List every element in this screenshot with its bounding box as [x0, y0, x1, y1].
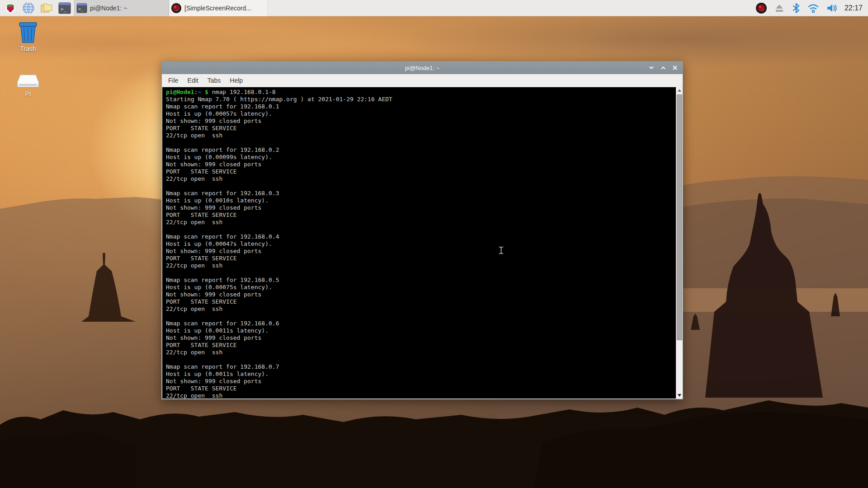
wifi-icon[interactable] — [807, 3, 819, 14]
terminal-blank-line — [166, 269, 676, 277]
taskbar: >_ >_ pi@Node1: ~ [SimpleScreenRecord... — [0, 0, 868, 16]
desktop-icon-label: Trash — [20, 45, 36, 52]
chevron-down-icon — [649, 65, 654, 70]
scrollbar[interactable] — [676, 87, 682, 399]
wifi-icon — [807, 3, 819, 14]
menu-file[interactable]: File — [164, 75, 183, 86]
chevron-up-icon — [660, 65, 666, 70]
volume-icon — [826, 3, 838, 14]
terminal-line: Host is up (0.0010s latency). — [166, 197, 676, 204]
eject-icon[interactable] — [774, 3, 785, 14]
desktop-icon-pi-drive[interactable]: PI — [11, 73, 45, 98]
taskbar-window-title: [SimpleScreenRecord... — [184, 5, 251, 12]
terminal-blank-line — [166, 183, 676, 190]
terminal-content: pi@Node1:~ $ nmap 192.168.0.1-8Starting … — [162, 87, 682, 399]
terminal-blank-line — [166, 313, 676, 320]
terminal-line: Not shown: 999 closed ports — [166, 117, 676, 125]
text-cursor-icon — [499, 246, 504, 254]
menu-edit[interactable]: Edit — [183, 75, 203, 86]
browser-launcher[interactable] — [21, 1, 36, 15]
menu-tabs[interactable]: Tabs — [203, 75, 226, 86]
svg-text:>_: >_ — [78, 6, 84, 11]
terminal-line: 22/tcp open ssh — [166, 219, 676, 226]
terminal-icon: >_ — [58, 2, 71, 14]
terminal-line: 22/tcp open ssh — [166, 349, 676, 356]
terminal-line: Nmap scan report for 192.168.0.2 — [166, 146, 676, 154]
volume-icon[interactable] — [826, 3, 838, 14]
desktop: Trash PI — [0, 0, 868, 488]
terminal-line: Host is up (0.00057s latency). — [166, 110, 676, 117]
taskbar-window-recorder[interactable]: [SimpleScreenRecord... — [169, 0, 268, 16]
close-button[interactable] — [670, 63, 680, 73]
window-controls — [646, 61, 680, 74]
terminal-line: Not shown: 999 closed ports — [166, 161, 676, 168]
recorder-tray-icon[interactable] — [755, 2, 767, 14]
bluetooth-icon[interactable] — [792, 3, 801, 14]
terminal-line: 22/tcp open ssh — [166, 392, 676, 399]
recorder-icon — [755, 2, 767, 14]
terminal-line: Host is up (0.0011s latency). — [166, 371, 676, 378]
terminal-line: PORT STATE SERVICE — [166, 255, 676, 262]
system-tray: 22:17 — [755, 2, 868, 14]
terminal-line: 22/tcp open ssh — [166, 262, 676, 269]
terminal-window: pi@Node1: ~ — [161, 61, 683, 399]
terminal-launcher[interactable]: >_ — [57, 1, 72, 15]
eject-icon — [774, 3, 785, 14]
terminal-line: Nmap scan report for 192.168.0.5 — [166, 277, 676, 284]
globe-icon — [22, 2, 35, 14]
scrollbar-down-arrow[interactable] — [676, 392, 682, 399]
terminal-blank-line — [166, 226, 676, 233]
terminal-line: Host is up (0.0011s latency). — [166, 327, 676, 334]
taskbar-window-terminal[interactable]: >_ pi@Node1: ~ — [74, 0, 169, 16]
menu-help[interactable]: Help — [225, 75, 247, 86]
desktop-icon-label: PI — [25, 90, 31, 98]
terminal-line: PORT STATE SERVICE — [166, 125, 676, 132]
terminal-line: Host is up (0.00075s latency). — [166, 284, 676, 291]
recorder-icon — [171, 3, 182, 14]
drive-icon — [16, 73, 40, 89]
bluetooth-icon — [792, 3, 801, 14]
window-titlebar[interactable]: pi@Node1: ~ — [162, 61, 683, 74]
terminal-line: 22/tcp open ssh — [166, 305, 676, 313]
trash-icon — [18, 22, 38, 43]
terminal-line: PORT STATE SERVICE — [166, 385, 676, 392]
folders-icon — [40, 2, 53, 14]
window-menubar: File Edit Tabs Help — [162, 74, 683, 87]
scrollbar-thumb[interactable] — [677, 94, 682, 340]
svg-text:>_: >_ — [61, 6, 67, 12]
terminal-line: Not shown: 999 closed ports — [166, 334, 676, 342]
terminal-blank-line — [166, 139, 676, 146]
maximize-button[interactable] — [658, 63, 668, 73]
scrollbar-up-arrow[interactable] — [676, 87, 682, 94]
close-icon — [672, 65, 678, 70]
terminal-line: Host is up (0.00099s latency). — [166, 154, 676, 161]
terminal-line: Nmap scan report for 192.168.0.3 — [166, 190, 676, 197]
terminal-icon: >_ — [76, 3, 87, 13]
terminal-line: Nmap scan report for 192.168.0.7 — [166, 363, 676, 371]
terminal-line: PORT STATE SERVICE — [166, 298, 676, 305]
file-manager-launcher[interactable] — [39, 1, 54, 15]
minimize-button[interactable] — [646, 63, 656, 73]
terminal-line: 22/tcp open ssh — [166, 175, 676, 183]
taskbar-window-title: pi@Node1: ~ — [90, 5, 127, 12]
terminal-line: Nmap scan report for 192.168.0.4 — [166, 233, 676, 240]
raspberry-icon — [4, 2, 17, 14]
terminal-blank-line — [166, 356, 676, 363]
clock[interactable]: 22:17 — [844, 4, 863, 12]
terminal-line: Not shown: 999 closed ports — [166, 291, 676, 298]
terminal-line: Nmap scan report for 192.168.0.6 — [166, 320, 676, 327]
desktop-icon-trash[interactable]: Trash — [11, 22, 45, 52]
terminal-line: Nmap scan report for 192.168.0.1 — [166, 103, 676, 110]
terminal-prompt-line: pi@Node1:~ $ nmap 192.168.0.1-8 — [166, 89, 676, 96]
menu-launcher[interactable] — [3, 1, 18, 15]
terminal-intro-line: Starting Nmap 7.70 ( https://nmap.org ) … — [166, 96, 676, 103]
window-title: pi@Node1: ~ — [162, 65, 683, 71]
terminal-line: PORT STATE SERVICE — [166, 168, 676, 175]
terminal-output[interactable]: pi@Node1:~ $ nmap 192.168.0.1-8Starting … — [162, 87, 676, 399]
terminal-line: 22/tcp open ssh — [166, 132, 676, 139]
terminal-line: Not shown: 999 closed ports — [166, 248, 676, 255]
terminal-line: PORT STATE SERVICE — [166, 211, 676, 219]
terminal-line: Not shown: 999 closed ports — [166, 204, 676, 211]
terminal-line: PORT STATE SERVICE — [166, 342, 676, 349]
terminal-line: Not shown: 999 closed ports — [166, 378, 676, 385]
